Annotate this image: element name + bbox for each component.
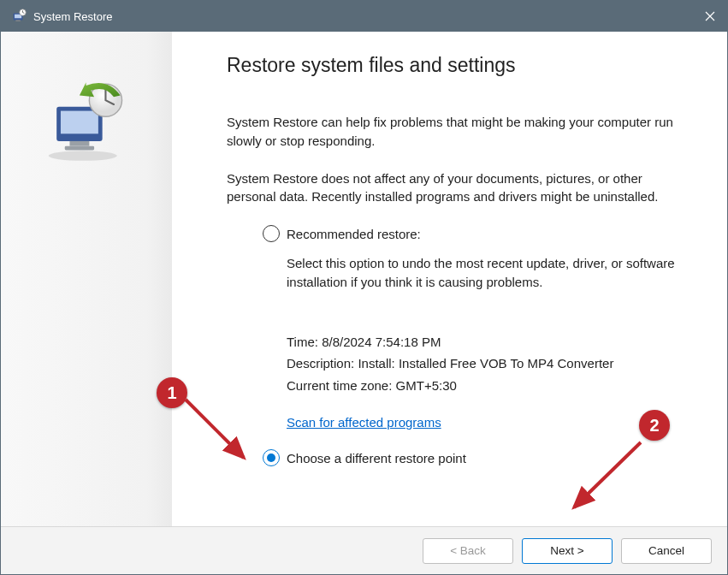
restore-graphic-icon (42, 79, 132, 164)
content-area: Restore system files and settings System… (1, 32, 727, 526)
recommended-restore-option[interactable]: Recommended restore: (263, 225, 679, 242)
intro-paragraph-2: System Restore does not affect any of yo… (227, 169, 679, 207)
svg-point-4 (48, 151, 116, 160)
footer-buttons: < Back Next > Cancel (1, 526, 727, 574)
info-time: Time: 8/8/2024 7:54:18 PM (287, 331, 679, 353)
close-button[interactable] (693, 1, 727, 32)
choose-different-radio[interactable] (263, 449, 280, 466)
annotation-badge-1: 1 (157, 377, 187, 408)
restore-point-info: Time: 8/8/2024 7:54:18 PM Description: I… (287, 331, 679, 397)
info-description: Description: Install: Installed Free VOB… (287, 353, 679, 375)
intro-paragraph-1: System Restore can help fix problems tha… (227, 113, 679, 151)
recommended-description: Select this option to undo the most rece… (287, 254, 679, 292)
recommended-label: Recommended restore: (287, 227, 421, 241)
next-button[interactable]: Next > (522, 538, 613, 564)
timezone-label: Current time zone: (287, 378, 392, 393)
sidebar (1, 32, 172, 526)
page-heading: Restore system files and settings (227, 54, 679, 77)
cancel-button[interactable]: Cancel (621, 538, 712, 564)
back-button: < Back (423, 538, 513, 564)
time-label: Time: (287, 335, 318, 349)
description-value: Install: Installed Free VOB To MP4 Conve… (358, 356, 613, 370)
svg-rect-7 (69, 141, 89, 146)
svg-rect-2 (15, 21, 20, 21)
options-group: Recommended restore: Select this option … (263, 225, 679, 466)
time-value: 8/8/2024 7:54:18 PM (322, 335, 441, 349)
system-restore-icon (11, 9, 27, 24)
annotation-badge-2: 2 (639, 410, 670, 441)
close-icon (705, 11, 715, 21)
titlebar: System Restore (1, 1, 727, 32)
window-title: System Restore (33, 10, 112, 23)
titlebar-left: System Restore (11, 9, 112, 24)
svg-rect-6 (60, 111, 98, 134)
timezone-value: GMT+5:30 (396, 378, 457, 393)
svg-rect-8 (64, 146, 93, 151)
choose-different-option[interactable]: Choose a different restore point (263, 449, 679, 466)
window-frame: System Restore (0, 0, 728, 575)
scan-affected-programs-link[interactable]: Scan for affected programs (287, 415, 441, 430)
recommended-radio[interactable] (263, 225, 280, 242)
choose-different-label: Choose a different restore point (287, 451, 466, 465)
main-panel: Restore system files and settings System… (172, 32, 727, 526)
info-timezone: Current time zone: GMT+5:30 (287, 375, 679, 397)
description-label: Description: (287, 356, 354, 370)
